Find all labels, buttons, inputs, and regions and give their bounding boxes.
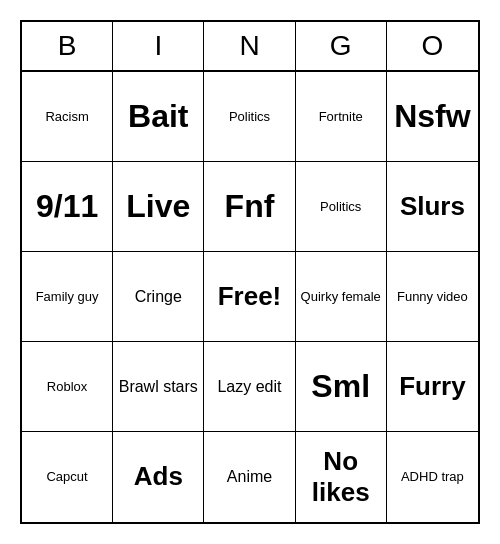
cell-text: Fnf [225,187,275,225]
cell-text: Sml [311,367,370,405]
header-letter: G [296,22,387,70]
cell-text: Bait [128,97,188,135]
header-letter: O [387,22,478,70]
cell-text: 9/11 [36,187,98,225]
cell-text: Roblox [47,379,87,395]
cell-text: Anime [227,467,272,486]
bingo-cell: Lazy edit [204,342,295,432]
bingo-cell: Funny video [387,252,478,342]
bingo-cell: Anime [204,432,295,522]
cell-text: Ads [134,461,183,492]
cell-text: Lazy edit [217,377,281,396]
bingo-cell: Bait [113,72,204,162]
bingo-cell: Slurs [387,162,478,252]
header-letter: I [113,22,204,70]
cell-text: Free! [218,281,282,312]
bingo-cell: Family guy [22,252,113,342]
cell-text: Politics [320,199,361,215]
bingo-cell: No likes [296,432,387,522]
cell-text: Live [126,187,190,225]
bingo-header: BINGO [22,22,478,72]
bingo-cell: Politics [296,162,387,252]
bingo-cell: Roblox [22,342,113,432]
bingo-cell: Furry [387,342,478,432]
cell-text: Nsfw [394,97,470,135]
bingo-cell: Brawl stars [113,342,204,432]
bingo-cell: Quirky female [296,252,387,342]
cell-text: Brawl stars [119,377,198,396]
cell-text: Slurs [400,191,465,222]
cell-text: ADHD trap [401,469,464,485]
bingo-cell: Racism [22,72,113,162]
cell-text: Family guy [36,289,99,305]
bingo-cell: Ads [113,432,204,522]
cell-text: Furry [399,371,465,402]
bingo-cell: 9/11 [22,162,113,252]
bingo-cell: Nsfw [387,72,478,162]
cell-text: Funny video [397,289,468,305]
bingo-cell: Cringe [113,252,204,342]
cell-text: No likes [300,446,382,508]
header-letter: N [204,22,295,70]
bingo-cell: Live [113,162,204,252]
cell-text: Cringe [135,287,182,306]
cell-text: Fortnite [319,109,363,125]
bingo-cell: Fortnite [296,72,387,162]
cell-text: Politics [229,109,270,125]
bingo-cell: Fnf [204,162,295,252]
cell-text: Capcut [46,469,87,485]
bingo-card: BINGO RacismBaitPoliticsFortniteNsfw9/11… [20,20,480,524]
cell-text: Racism [45,109,88,125]
bingo-cell: Free! [204,252,295,342]
bingo-grid: RacismBaitPoliticsFortniteNsfw9/11LiveFn… [22,72,478,522]
cell-text: Quirky female [301,289,381,305]
bingo-cell: Capcut [22,432,113,522]
bingo-cell: ADHD trap [387,432,478,522]
header-letter: B [22,22,113,70]
bingo-cell: Politics [204,72,295,162]
bingo-cell: Sml [296,342,387,432]
